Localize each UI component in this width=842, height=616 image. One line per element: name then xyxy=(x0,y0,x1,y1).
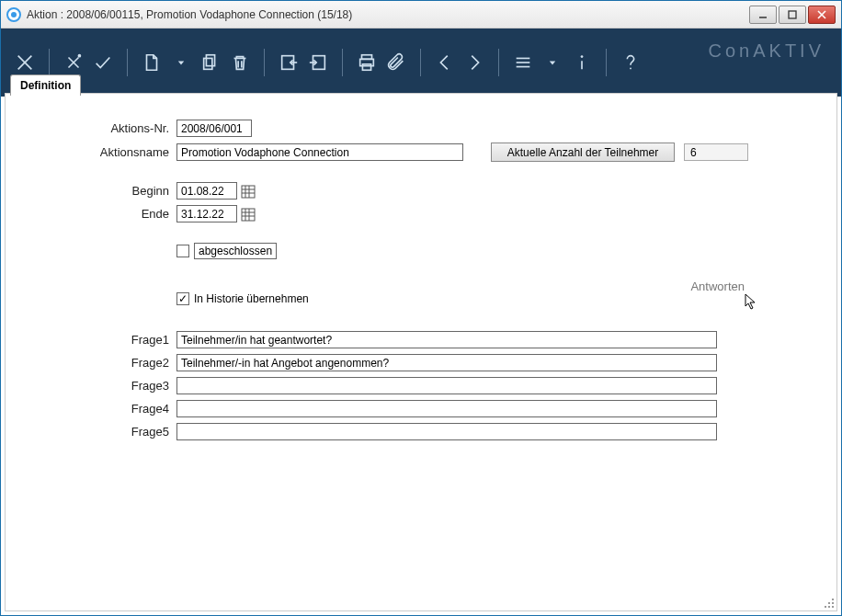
new-document-icon[interactable] xyxy=(139,50,165,75)
close-x-icon[interactable] xyxy=(12,50,38,75)
cancel-x-dot-icon[interactable] xyxy=(61,50,86,75)
label-antworten: Antworten xyxy=(690,279,745,293)
input-frage4[interactable] xyxy=(176,400,717,417)
nav-prev-icon[interactable] xyxy=(432,50,458,75)
minimize-button[interactable] xyxy=(749,6,777,24)
new-document-dropdown-icon[interactable] xyxy=(168,50,194,75)
field-teilnehmer-count: 6 xyxy=(684,143,748,161)
checkbox-abgeschlossen[interactable] xyxy=(176,245,189,257)
btn-teilnehmer-count[interactable]: Aktuelle Anzahl der Teilnehmer xyxy=(491,143,675,162)
export-icon[interactable] xyxy=(305,50,331,75)
app-window: Aktion : 2008/06/00115, Promotion Vodaph… xyxy=(0,0,842,616)
brand-logo: ConAKTIV xyxy=(709,29,825,73)
svg-rect-31 xyxy=(242,209,255,221)
svg-point-8 xyxy=(78,54,82,58)
label-beginn: Beginn xyxy=(39,184,176,198)
label-ende: Ende xyxy=(39,207,176,221)
questions-block: Frage1 Frage2 Frage3 Frage4 Frage5 xyxy=(39,331,803,440)
calendar-icon[interactable] xyxy=(241,184,256,199)
import-icon[interactable] xyxy=(276,50,302,75)
input-aktions-nr[interactable] xyxy=(176,120,252,137)
tab-definition[interactable]: Definition xyxy=(10,74,81,96)
titlebar: Aktion : 2008/06/00115, Promotion Vodaph… xyxy=(1,1,841,29)
calendar-icon[interactable] xyxy=(241,207,256,222)
svg-rect-10 xyxy=(206,55,214,66)
help-icon[interactable] xyxy=(618,50,643,75)
svg-rect-1 xyxy=(789,11,796,18)
label-historie: In Historie übernehmen xyxy=(194,292,309,305)
svg-rect-18 xyxy=(362,64,370,70)
input-frage5[interactable] xyxy=(176,423,717,440)
input-frage3[interactable] xyxy=(176,377,717,394)
input-aktionsname[interactable] xyxy=(176,143,463,161)
svg-marker-22 xyxy=(550,61,555,64)
delete-trash-icon[interactable] xyxy=(227,50,253,75)
print-icon[interactable] xyxy=(354,50,380,75)
label-frage1: Frage1 xyxy=(39,333,176,347)
maximize-button[interactable] xyxy=(779,6,806,24)
input-beginn[interactable] xyxy=(176,182,237,200)
app-icon xyxy=(6,7,21,22)
svg-point-25 xyxy=(630,68,632,70)
attachment-clip-icon[interactable] xyxy=(383,50,409,75)
toolbar: ConAKTIV xyxy=(1,29,841,97)
nav-next-icon[interactable] xyxy=(461,50,487,75)
confirm-check-icon[interactable] xyxy=(90,50,116,75)
checkbox-historie[interactable] xyxy=(176,292,189,305)
window-title: Aktion : 2008/06/00115, Promotion Vodaph… xyxy=(27,8,749,21)
input-frage2[interactable] xyxy=(176,354,717,371)
svg-rect-11 xyxy=(204,58,212,69)
label-aktions-nr: Aktions-Nr. xyxy=(39,121,176,135)
label-abgeschlossen: abgeschlossen xyxy=(194,243,277,259)
menu-dropdown-icon[interactable] xyxy=(540,50,565,75)
input-frage1[interactable] xyxy=(176,331,717,348)
label-frage2: Frage2 xyxy=(39,356,176,370)
info-icon[interactable] xyxy=(569,50,595,75)
svg-point-23 xyxy=(581,55,584,58)
copy-document-icon[interactable] xyxy=(198,50,223,75)
input-ende[interactable] xyxy=(176,205,237,222)
resize-grip-icon[interactable] xyxy=(823,597,834,608)
label-frage5: Frage5 xyxy=(39,425,176,439)
label-aktionsname: Aktionsname xyxy=(39,145,176,159)
cursor-arrow-icon xyxy=(745,293,757,313)
menu-lines-icon[interactable] xyxy=(510,50,536,75)
content-panel: Aktions-Nr. Aktionsname Aktuelle Anzahl … xyxy=(5,93,837,611)
svg-marker-9 xyxy=(178,61,184,64)
close-button[interactable] xyxy=(808,6,836,24)
label-frage4: Frage4 xyxy=(39,402,176,416)
svg-rect-26 xyxy=(242,186,255,198)
label-frage3: Frage3 xyxy=(39,379,176,393)
